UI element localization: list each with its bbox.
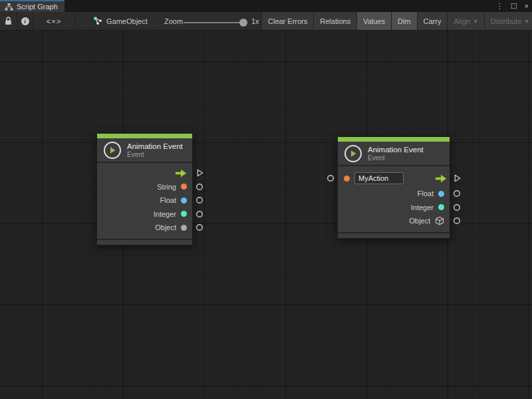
zoom-label: Zoom (164, 12, 183, 30)
distribute-dropdown-button[interactable]: Distribute ▼ (485, 12, 532, 30)
align-dropdown-button[interactable]: Align ▼ (448, 12, 484, 30)
window-controls: ⋮ ☐ × (496, 0, 529, 12)
float-port-out[interactable] (453, 190, 461, 198)
integer-type-icon (181, 211, 187, 217)
node-footer (338, 232, 450, 238)
port-label: Integer (154, 210, 176, 218)
port-row-integer: Integer (97, 207, 192, 221)
button-label: Distribute (491, 17, 521, 25)
port-label: Float (160, 196, 176, 204)
trigger-port-out[interactable] (197, 169, 203, 177)
float-type-icon (438, 191, 444, 197)
name-input-row (338, 170, 450, 187)
tab-label: Script Graph (17, 3, 58, 11)
node-header[interactable]: Animation Event Event (338, 142, 450, 166)
event-play-icon (344, 145, 362, 162)
graph-hierarchy-icon (5, 3, 13, 11)
chevron-down-icon: ▼ (524, 19, 529, 25)
string-type-icon (181, 184, 187, 190)
zoom-slider-thumb[interactable] (239, 19, 247, 27)
port-row-float: Float (338, 187, 450, 201)
node-subtitle: Event (368, 154, 424, 162)
port-row-object: Object (97, 221, 192, 235)
button-label: Clear Errors (268, 17, 307, 25)
lock-icon (5, 17, 12, 25)
float-port-out[interactable] (196, 196, 203, 204)
float-type-icon (181, 198, 187, 203)
port-label: String (157, 183, 176, 191)
node-body: Float Integer Object (338, 166, 450, 232)
lock-button[interactable] (0, 12, 17, 30)
carry-button[interactable]: Carry (418, 12, 448, 30)
object-port-out[interactable] (196, 223, 203, 231)
zoom-value: 1x (251, 12, 259, 30)
integer-type-icon (438, 204, 444, 210)
string-port-in[interactable] (327, 174, 334, 182)
node-header[interactable]: Animation Event Event (97, 138, 192, 163)
trigger-port-out[interactable] (454, 174, 461, 182)
button-label: Carry (424, 17, 442, 25)
port-label: Integer (411, 203, 434, 211)
graph-target-label: GameObject (106, 17, 148, 25)
window-close-icon[interactable]: × (525, 0, 529, 12)
port-label: Float (418, 190, 434, 198)
animation-event-node-2[interactable]: Animation Event Event (337, 136, 450, 239)
integer-port-out[interactable] (453, 203, 461, 211)
window-menu-icon[interactable]: ⋮ (496, 0, 503, 12)
node-title: Animation Event (368, 145, 424, 154)
window-maximize-icon[interactable]: ☐ (511, 0, 517, 12)
cube-icon (435, 216, 444, 225)
node-body: String Float Integer (97, 163, 192, 239)
event-name-input[interactable] (354, 172, 404, 184)
node-subtitle: Event (127, 151, 183, 159)
object-port-out[interactable] (453, 217, 461, 225)
string-type-icon (344, 176, 350, 182)
chevron-down-icon: ▼ (473, 19, 478, 25)
port-row-string: String (97, 180, 192, 194)
script-graph-icon (93, 17, 102, 25)
info-icon: i (21, 17, 29, 25)
toolbar-separator (74, 12, 75, 30)
flow-arrow-icon (175, 169, 187, 178)
toolbar-buttons: Clear Errors Relations Values Dim Carry … (261, 12, 532, 30)
button-label: Align (454, 17, 469, 25)
trigger-output-row (97, 166, 192, 180)
button-label: Values (363, 17, 385, 25)
tab-script-graph[interactable]: Script Graph (0, 0, 65, 12)
zoom-slider[interactable] (184, 22, 247, 23)
dim-toggle-button[interactable]: Dim (392, 12, 418, 30)
graph-canvas[interactable]: Animation Event Event (0, 31, 532, 399)
script-graph-window: Script Graph ⋮ ☐ × i (0, 0, 532, 399)
port-label: Object (409, 217, 430, 225)
node-title: Animation Event (127, 142, 183, 151)
port-row-integer: Integer (338, 201, 450, 215)
node-color-bar (97, 134, 192, 138)
node-footer (97, 239, 192, 245)
code-brackets-icon: <×> (47, 17, 61, 25)
info-button[interactable]: i (17, 12, 33, 30)
port-row-float: Float (97, 194, 192, 207)
edit-source-button[interactable]: <×> (33, 12, 74, 30)
tab-bar: Script Graph ⋮ ☐ × (0, 0, 532, 12)
node-color-bar (338, 137, 450, 142)
string-port-out[interactable] (196, 183, 203, 191)
button-label: Relations (320, 17, 350, 25)
button-label: Dim (398, 17, 411, 25)
graph-target[interactable]: GameObject (93, 12, 148, 30)
animation-event-node-1[interactable]: Animation Event Event (96, 133, 193, 245)
object-type-icon (181, 225, 187, 231)
flow-arrow-icon (435, 174, 447, 183)
port-row-object: Object (338, 214, 450, 228)
event-play-icon (104, 142, 121, 159)
values-toggle-button[interactable]: Values (357, 12, 392, 30)
clear-errors-button[interactable]: Clear Errors (261, 12, 314, 30)
integer-port-out[interactable] (196, 210, 203, 218)
port-label: Object (155, 223, 176, 231)
graph-toolbar: i <×> GameObject Zoom 1x (0, 12, 532, 31)
relations-button[interactable]: Relations (314, 12, 357, 30)
